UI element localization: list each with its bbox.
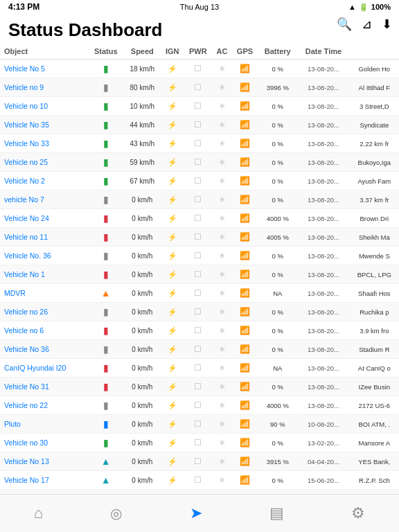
vehicle-pwr: ☐: [184, 209, 212, 228]
vehicle-ign: ⚡: [161, 134, 184, 153]
vehicle-pwr: ☐: [184, 60, 212, 78]
vehicle-speed: 0 km/h: [123, 321, 161, 340]
vehicle-name[interactable]: Vehicle No. 36: [0, 247, 88, 265]
vehicle-ign: ⚡: [161, 378, 184, 396]
vehicle-name[interactable]: MDVR: [0, 284, 88, 303]
table-row[interactable]: Vehicle No 31 ▮ 0 km/h ⚡ ☐ ✳ 📶 0 % 13-08…: [0, 378, 399, 396]
table-row[interactable]: Vehicle No 5 ▮ 18 km/h ⚡ ☐ ✳ 📶 0 % 13-08…: [0, 60, 399, 78]
battery-icon: 🔋: [359, 3, 369, 12]
table-row[interactable]: Vehicle No 1 ▮ 0 km/h ⚡ ☐ ✳ 📶 0 % 13-08-…: [0, 265, 399, 284]
vehicle-ac: ✳: [212, 396, 231, 415]
table-row[interactable]: Vehicle No 35 ▮ 44 km/h ⚡ ☐ ✳ 📶 0 % 13-0…: [0, 116, 399, 134]
table-row[interactable]: Vehicle no 6 ▮ 0 km/h ⚡ ☐ ✳ 📶 0 % 13-08-…: [0, 321, 399, 340]
col-pwr: PWR: [184, 44, 212, 60]
vehicle-address: BOI ATM, .: [350, 415, 399, 434]
vehicle-pwr: ☐: [184, 78, 212, 97]
vehicle-datetime: 13-08-20...: [297, 340, 350, 359]
vehicle-name[interactable]: CanIQ Hyundai I20: [0, 359, 88, 378]
table-row[interactable]: Vehicle no 30 ▮ 0 km/h ⚡ ☐ ✳ 📶 0 % 13-02…: [0, 434, 399, 452]
table-row[interactable]: Vehicle No 17 ▲ 0 km/h ⚡ ☐ ✳ 📶 0 % 15-06…: [0, 471, 399, 490]
vehicle-ac: ✳: [212, 265, 231, 284]
nav-home[interactable]: ⌂: [34, 504, 43, 522]
vehicle-address: Shaafi Hos: [350, 284, 399, 303]
vehicle-status: ▮: [88, 228, 123, 247]
vehicle-address: Brown Dri: [350, 209, 399, 228]
vehicle-name[interactable]: Vehicle No 33: [0, 134, 88, 153]
vehicle-pwr: ☐: [184, 396, 212, 415]
table-row[interactable]: Vehicle no 22 ▮ 0 km/h ⚡ ☐ ✳ 📶 4000 % 13…: [0, 396, 399, 415]
nav-navigate[interactable]: ➤: [190, 504, 202, 522]
vehicle-name[interactable]: Vehicle No 5: [0, 60, 88, 78]
vehicle-name[interactable]: Vehicle No 13: [0, 452, 88, 471]
vehicle-gps: 📶: [232, 209, 258, 228]
table-row[interactable]: CanIQ Hyundai I20 ▮ 0 km/h ⚡ ☐ ✳ 📶 NA 13…: [0, 359, 399, 378]
table-row[interactable]: vehicle No 7 ▮ 0 km/h ⚡ ☐ ✳ 📶 0 % 13-08-…: [0, 190, 399, 209]
table-row[interactable]: Vehicle no 26 ▮ 0 km/h ⚡ ☐ ✳ 📶 0 % 13-08…: [0, 303, 399, 321]
table-row[interactable]: Vehicle no 9 ▮ 80 km/h ⚡ ☐ ✳ 📶 3996 % 13…: [0, 78, 399, 97]
vehicle-ign: ⚡: [161, 172, 184, 190]
vehicle-pwr: ☐: [184, 190, 212, 209]
vehicle-name[interactable]: Vehicle No 1: [0, 265, 88, 284]
table-row[interactable]: Vehicle No 33 ▮ 43 km/h ⚡ ☐ ✳ 📶 0 % 13-0…: [0, 134, 399, 153]
table-row[interactable]: Vehicle No 2 ▮ 67 km/h ⚡ ☐ ✳ 📶 0 % 13-08…: [0, 172, 399, 190]
vehicle-pwr: ☐: [184, 134, 212, 153]
vehicle-status: ▮: [88, 209, 123, 228]
vehicle-datetime: 13-02-20...: [297, 434, 350, 452]
table-row[interactable]: MDVR ▲ 0 km/h ⚡ ☐ ✳ 📶 NA 13-08-20... Sha…: [0, 284, 399, 303]
location-icon: ◎: [110, 505, 122, 522]
vehicle-datetime: 13-08-20...: [297, 134, 350, 153]
vehicle-battery: 0 %: [258, 60, 297, 78]
filter-icon[interactable]: ⊿: [362, 17, 372, 32]
vehicle-address: Ruchika p: [350, 303, 399, 321]
table-body: Vehicle No 5 ▮ 18 km/h ⚡ ☐ ✳ 📶 0 % 13-08…: [0, 60, 399, 495]
vehicle-status: ▮: [88, 378, 123, 396]
col-ac: AC: [212, 44, 231, 60]
nav-list[interactable]: ▤: [269, 504, 284, 522]
vehicle-name[interactable]: Vehicle no 6: [0, 321, 88, 340]
table-row[interactable]: Pluto ▮ 0 km/h ⚡ ☐ ✳ 📶 90 % 10-08-20... …: [0, 415, 399, 434]
data-table-container[interactable]: Object Status Speed IGN PWR AC GPS Batte…: [0, 44, 399, 494]
table-row[interactable]: Vehicle no 11 ▮ 0 km/h ⚡ ☐ ✳ 📶 4005 % 13…: [0, 228, 399, 247]
vehicle-name[interactable]: Vehicle no 10: [0, 97, 88, 116]
header-actions: 🔍 ⊿ ⬇: [337, 17, 392, 32]
vehicle-gps: 📶: [232, 452, 258, 471]
table-row[interactable]: Vehicle No. 36 ▮ 0 km/h ⚡ ☐ ✳ 📶 0 % 13-0…: [0, 247, 399, 265]
nav-location[interactable]: ◎: [110, 505, 122, 522]
vehicle-name[interactable]: Vehicle No 36: [0, 340, 88, 359]
vehicle-ign: ⚡: [161, 190, 184, 209]
table-row[interactable]: Vehicle no 10 ▮ 10 km/h ⚡ ☐ ✳ 📶 0 % 13-0…: [0, 97, 399, 116]
vehicle-ign: ⚡: [161, 471, 184, 490]
vehicle-ac: ✳: [212, 97, 231, 116]
vehicle-name[interactable]: Vehicle No 17: [0, 471, 88, 490]
vehicle-gps: 📶: [232, 190, 258, 209]
vehicle-name[interactable]: Vehicle no 9: [0, 78, 88, 97]
table-row[interactable]: Vehicle No 13 ▲ 0 km/h ⚡ ☐ ✳ 📶 3915 % 04…: [0, 452, 399, 471]
vehicle-speed: 0 km/h: [123, 452, 161, 471]
vehicle-name[interactable]: Vehicle no 25: [0, 153, 88, 172]
search-icon[interactable]: 🔍: [337, 17, 352, 32]
vehicle-pwr: ☐: [184, 284, 212, 303]
vehicle-battery: 0 %: [258, 247, 297, 265]
vehicle-name[interactable]: Vehicle no 30: [0, 434, 88, 452]
vehicle-name[interactable]: Vehicle No 24: [0, 209, 88, 228]
vehicle-pwr: ☐: [184, 434, 212, 452]
download-icon[interactable]: ⬇: [382, 17, 392, 32]
nav-settings[interactable]: ⚙: [351, 504, 365, 522]
vehicle-name[interactable]: Vehicle no 22: [0, 396, 88, 415]
table-row[interactable]: Vehicle No 36 ▮ 0 km/h ⚡ ☐ ✳ 📶 0 % 13-08…: [0, 340, 399, 359]
vehicle-address: Golden Ho: [350, 60, 399, 78]
vehicle-name[interactable]: Vehicle no 11: [0, 228, 88, 247]
vehicle-name[interactable]: Vehicle No 2: [0, 172, 88, 190]
table-row[interactable]: Vehicle no 25 ▮ 59 km/h ⚡ ☐ ✳ 📶 0 % 13-0…: [0, 153, 399, 172]
vehicle-speed: 43 km/h: [123, 134, 161, 153]
vehicle-battery: 0 %: [258, 434, 297, 452]
vehicle-name[interactable]: Vehicle No 31: [0, 378, 88, 396]
table-row[interactable]: Vehicle No 24 ▮ 0 km/h ⚡ ☐ ✳ 📶 4000 % 13…: [0, 209, 399, 228]
vehicle-name[interactable]: Vehicle No 35: [0, 116, 88, 134]
vehicle-name[interactable]: Vehicle no 26: [0, 303, 88, 321]
vehicle-battery: 4005 %: [258, 228, 297, 247]
vehicle-name[interactable]: vehicle No 7: [0, 190, 88, 209]
vehicle-datetime: 04-04-20...: [297, 452, 350, 471]
vehicle-ign: ⚡: [161, 247, 184, 265]
vehicle-name[interactable]: Pluto: [0, 415, 88, 434]
